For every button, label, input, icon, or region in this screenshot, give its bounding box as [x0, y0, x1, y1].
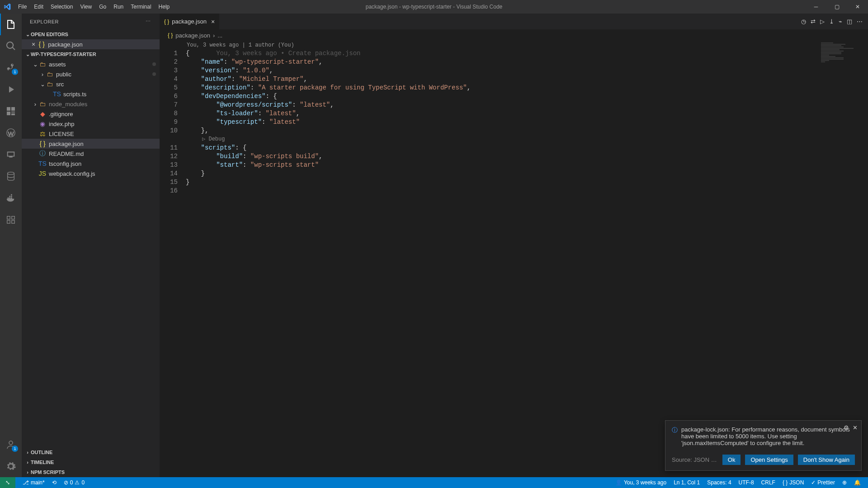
file-package-json[interactable]: { } package.json — [22, 139, 160, 149]
activity-docker-icon[interactable] — [0, 187, 22, 209]
status-cursor[interactable]: Ln 1, Col 1 — [670, 479, 703, 486]
status-lang[interactable]: { } JSON — [779, 479, 807, 486]
timeline-header[interactable]: › TIMELINE — [22, 457, 160, 467]
php-icon: ◉ — [39, 120, 46, 127]
js-icon: JS — [39, 170, 46, 177]
explorer-title: EXPLORER — [30, 19, 59, 24]
notification-settings-button[interactable]: Open Settings — [745, 455, 793, 465]
menu-view[interactable]: View — [76, 2, 95, 12]
file-readme[interactable]: ⓘ README.md — [22, 149, 160, 159]
close-icon[interactable]: × — [211, 18, 215, 25]
split-down-icon[interactable]: ⤓ — [829, 18, 834, 25]
folder-public[interactable]: › 🗀 public — [22, 69, 160, 79]
workspace-header[interactable]: ⌄ WP-TYPESCRIPT-STARTER — [22, 49, 160, 59]
svg-point-6 — [9, 441, 13, 445]
folder-icon: 🗀 — [46, 70, 53, 78]
activity-extensions-icon[interactable] — [0, 100, 22, 122]
svg-point-1 — [8, 172, 14, 175]
remote-indicator-icon[interactable]: ⤡ — [0, 477, 15, 488]
window-title: package.json - wp-typescript-starter - V… — [366, 4, 503, 10]
file-index-php[interactable]: ◉ index.php — [22, 119, 160, 129]
file-license[interactable]: ⚖ LICENSE — [22, 129, 160, 139]
folder-src[interactable]: ⌄ 🗀 src — [22, 79, 160, 89]
menu-run[interactable]: Run — [110, 2, 127, 12]
check-icon: ✓ — [811, 479, 816, 486]
json-icon: { } — [168, 32, 173, 38]
breadcrumb[interactable]: { } package.json › ... — [160, 29, 868, 41]
info-icon: ⓘ — [39, 150, 46, 157]
explorer-more-icon[interactable]: ⋯ — [146, 19, 151, 24]
open-editors-header[interactable]: ⌄ OPEN EDITORS — [22, 29, 160, 39]
activity-debug-icon[interactable] — [0, 79, 22, 100]
split-right-icon[interactable]: ◫ — [847, 18, 852, 25]
chevron-right-icon: › — [24, 469, 31, 475]
info-icon: ⓘ — [672, 426, 678, 446]
chevron-down-icon: ⌄ — [24, 52, 31, 57]
npm-scripts-header[interactable]: › NPM SCRIPTS — [22, 467, 160, 477]
activity-accounts-icon[interactable]: 1 — [0, 434, 22, 455]
editor-body[interactable]: 12345678910111213141516 You, 3 weeks ago… — [160, 41, 868, 477]
notification-dontshow-button[interactable]: Don't Show Again — [798, 455, 855, 465]
debug-icon[interactable]: ⌁ — [839, 18, 842, 25]
json-icon: { } — [783, 479, 788, 486]
json-icon: { } — [39, 140, 46, 147]
status-bell-icon[interactable]: 🔔 — [850, 479, 864, 486]
activity-project-icon[interactable] — [0, 209, 22, 230]
title-bar: File Edit Selection View Go Run Terminal… — [0, 0, 868, 14]
person-icon: 👤 — [615, 479, 622, 486]
run-icon[interactable]: ▷ — [820, 18, 825, 25]
close-icon[interactable]: × — [32, 41, 35, 48]
file-tsconfig[interactable]: TS tsconfig.json — [22, 159, 160, 169]
line-gutter: 12345678910111213141516 — [160, 41, 186, 477]
folder-node-modules[interactable]: › 🗀 node_modules — [22, 99, 160, 109]
compare-icon[interactable]: ⇄ — [811, 18, 816, 25]
menu-selection[interactable]: Selection — [47, 2, 76, 12]
branch-icon: ⎇ — [23, 479, 29, 486]
chevron-right-icon: › — [39, 71, 46, 78]
activity-remote-icon[interactable] — [0, 144, 22, 165]
codelens[interactable]: You, 3 weeks ago | 1 author (You) — [186, 41, 868, 49]
gear-icon[interactable]: ⚙ — [844, 424, 849, 431]
window-minimize-icon[interactable]: ─ — [806, 0, 826, 14]
activity-scm-icon[interactable]: 1 — [0, 57, 22, 79]
status-encoding[interactable]: UTF-8 — [735, 479, 758, 486]
notification-source: Source: JSON Language Fea... — [672, 456, 718, 463]
outline-header[interactable]: › OUTLINE — [22, 447, 160, 457]
editor-tab[interactable]: { } package.json × — [160, 14, 220, 29]
activity-db-icon[interactable] — [0, 165, 22, 187]
file-scripts-ts[interactable]: TS scripts.ts — [22, 89, 160, 99]
menu-terminal[interactable]: Terminal — [127, 2, 155, 12]
inline-blame: You, 3 weeks ago • Create package.json — [216, 50, 360, 57]
status-branch[interactable]: ⎇ main* — [19, 479, 48, 486]
activity-settings-icon[interactable] — [0, 455, 22, 477]
file-webpack[interactable]: JS webpack.config.js — [22, 169, 160, 178]
open-editor-item[interactable]: × { } package.json — [22, 39, 160, 49]
more-icon[interactable]: ⋯ — [857, 18, 863, 25]
folder-assets[interactable]: ⌄ 🗀 assets — [22, 59, 160, 69]
git-icon: ◆ — [39, 110, 46, 117]
status-blame[interactable]: 👤 You, 3 weeks ago — [612, 479, 670, 486]
notification-ok-button[interactable]: Ok — [722, 455, 741, 465]
menu-file[interactable]: File — [14, 2, 30, 12]
minimap[interactable] — [821, 42, 862, 60]
status-feedback-icon[interactable]: ⊕ — [839, 479, 850, 486]
chevron-right-icon: › — [24, 460, 31, 465]
status-sync[interactable]: ⟲ — [48, 479, 60, 486]
close-icon[interactable]: ✕ — [853, 424, 858, 431]
status-indent[interactable]: Spaces: 4 — [703, 479, 735, 486]
status-prettier[interactable]: ✓ Prettier — [807, 479, 839, 486]
activity-explorer-icon[interactable] — [0, 14, 22, 35]
window-maximize-icon[interactable]: ▢ — [826, 0, 847, 14]
status-eol[interactable]: CRLF — [758, 479, 779, 486]
activity-wordpress-icon[interactable] — [0, 122, 22, 144]
timeline-icon[interactable]: ◷ — [801, 18, 806, 25]
status-problems[interactable]: ⊘0 ⚠0 — [60, 479, 88, 486]
menu-go[interactable]: Go — [95, 2, 110, 12]
chevron-right-icon: › — [24, 450, 31, 455]
file-gitignore[interactable]: ◆ .gitignore — [22, 109, 160, 119]
window-close-icon[interactable]: ✕ — [847, 0, 868, 14]
explorer-sidebar: EXPLORER ⋯ ⌄ OPEN EDITORS × { } package.… — [22, 14, 160, 477]
activity-search-icon[interactable] — [0, 35, 22, 57]
menu-help[interactable]: Help — [155, 2, 174, 12]
menu-edit[interactable]: Edit — [30, 2, 47, 12]
